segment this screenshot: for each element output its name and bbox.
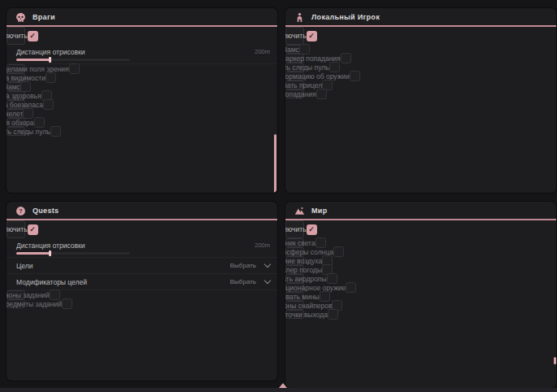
setting-label: Полоска здоровья [7,92,41,100]
setting-row: Модификаторы целейВыбрать [7,274,277,290]
slider-label-row: Дистанция отрисовки200m [16,242,270,250]
slider-handle[interactable] [49,57,51,63]
checkbox[interactable]: ✓ [62,298,72,309]
setting-row: ЦелиВыбрать [7,258,277,274]
scrollbar[interactable] [554,357,556,364]
checkbox[interactable]: ✓ [320,291,330,302]
setting-row: Показывать следы пуль✓ [285,63,304,72]
setting-row: Изменение воздуха✓ [285,256,304,265]
setting-label: Показывать информацию об оружии [285,72,350,81]
setting-row: Дистанция отрисовки200m [7,45,277,64]
setting-label: Включить [285,32,307,40]
setting-row: Скелет✓ [7,109,25,118]
setting-row: Показывать мины✓ [285,292,304,301]
checkbox[interactable]: ✓ [341,53,351,63]
setting-row: Линия обзора✓ [7,118,25,127]
setting-row: Показать зоны заданий✓ [7,290,25,299]
scrollbar[interactable] [274,134,276,193]
slider-fill [16,59,50,61]
setting-label: Включить [285,225,307,233]
setting-label: Модификаторы целей [16,278,87,286]
panel-local-player: Локальный Игрок Включить✓Чамс✓Показывать… [285,8,556,193]
setting-label: Полоска боезапаса [7,101,43,109]
checkbox[interactable]: ✓ [50,290,60,300]
setting-label: Показывать прицел [285,81,322,89]
setting-label: Показывать предметы заданий [7,300,62,308]
setting-row: Контроллер погоды✓ [285,265,304,274]
setting-label: Показывать следы пуль [7,128,50,136]
setting-row: Показывать прицел✓ [285,81,304,89]
dropdown[interactable]: Выбрать [230,278,270,285]
svg-text:?: ? [19,207,22,213]
checkbox[interactable]: ✓ [69,63,80,74]
checkbox[interactable]: ✓ [50,126,61,137]
checkbox[interactable]: ✓ [307,31,317,41]
check-icon: ✓ [29,33,36,40]
setting-label: Чамс [7,83,20,91]
checkbox[interactable]: ✓ [350,71,360,81]
checkbox[interactable]: ✓ [23,108,33,119]
checkbox[interactable]: ✓ [346,282,356,293]
settings-list: Включить✓Источник света✓Смена атмосферы … [285,220,556,319]
setting-label: Звук попадания [285,90,316,98]
chevron-down-icon [264,261,271,268]
checkbox[interactable]: ✓ [316,89,327,99]
slider-handle[interactable] [49,250,51,256]
setting-row: Источник света✓ [285,238,304,247]
setting-row: Показать точки выхода✓ [285,310,304,319]
setting-row: Полоска боезапаса✓ [7,100,25,109]
setting-label: Показать зоны заданий [7,291,50,299]
checkbox[interactable]: ✓ [299,44,310,54]
slider-track[interactable] [16,59,130,61]
dropdown[interactable]: Выбрать [230,262,270,269]
checkbox[interactable]: ✓ [43,99,54,110]
setting-label: Показывать аирдропы [285,275,327,283]
quest-icon: ? [15,206,26,216]
setting-row: Смена атмосферы солнца✓ [285,247,304,256]
setting-label: Чамс [285,46,299,54]
setting-label: Источник света [285,239,315,247]
setting-row: Включить✓ [285,220,304,238]
dropdown-value: Выбрать [230,262,256,269]
slider-value: 200m [255,48,270,55]
setting-label: Включить [7,32,28,40]
check-icon: ✓ [308,226,315,233]
setting-row: Показывать следы пуль✓ [7,127,25,136]
dropdown-value: Выбрать [230,278,256,285]
slider-value: 200m [255,242,270,249]
setting-label: Контроллер погоды [285,266,322,274]
checkbox[interactable]: ✓ [328,309,338,320]
panel-header: Враги [7,8,277,27]
setting-row: Дистанция отрисовки200m [7,238,277,258]
setting-label: Показывать маркер попадания [285,54,341,63]
checkbox[interactable]: ✓ [307,224,317,235]
settings-list: Включить✓Дистанция отрисовки200mСтрелки … [7,27,277,136]
setting-row: Полоска здоровья✓ [7,91,25,100]
setting-label: Дистанция отрисовки [16,242,85,250]
slider-fill [16,252,50,255]
panel-world: Мир Включить✓Источник света✓Смена атмосф… [285,202,556,388]
panel-title: Враги [33,13,55,21]
slider-track[interactable] [16,252,130,255]
panel-title: Локальный Игрок [311,13,380,21]
panel-header: ? Quests [7,202,277,220]
setting-row: Показывать маркер попадания✓ [285,54,304,63]
setting-label: Показать точки выхода [285,311,328,319]
settings-list: Включить✓Чамс✓Показывать маркер попадани… [285,27,556,98]
checkbox[interactable]: ✓ [28,31,38,41]
setting-label: Стрелки за пределами поля зрения [7,65,69,73]
checkbox[interactable]: ✓ [333,246,344,257]
checkbox[interactable]: ✓ [315,237,326,248]
checkbox[interactable]: ✓ [46,72,56,83]
settings-list: Включить✓Дистанция отрисовки200mЦелиВыбр… [7,220,277,308]
setting-label: Смена атмосферы солнца [285,248,333,256]
checkbox[interactable]: ✓ [327,273,337,284]
panel-enemies: Враги Включить✓Дистанция отрисовки200mСт… [7,8,277,193]
checkbox[interactable]: ✓ [34,117,45,128]
setting-row: Показать зоны снайперов✓ [285,301,304,310]
bottom-edge-divider [0,388,557,392]
checkbox[interactable]: ✓ [329,62,340,72]
setting-row: Показывать предметы заданий✓ [7,299,25,308]
checkbox[interactable]: ✓ [20,81,31,92]
checkbox[interactable]: ✓ [28,224,38,235]
